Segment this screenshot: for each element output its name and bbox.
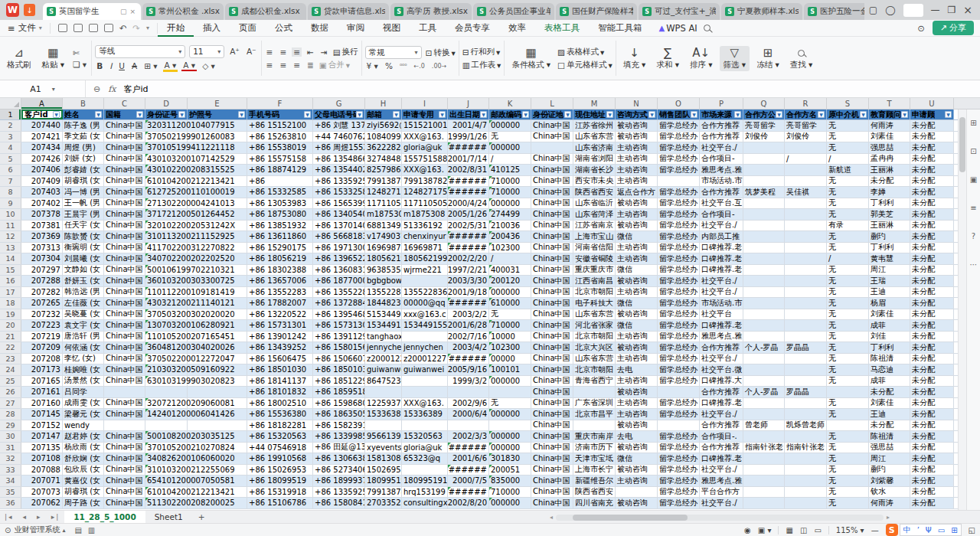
cell[interactable]: guiwanwei: [365, 364, 402, 375]
chevron-up-icon[interactable]: ▴: [62, 527, 65, 534]
cell[interactable]: 王晨宇 (男: [63, 209, 104, 220]
doc-tab[interactable]: S可过_支付宝+_滴滴: [639, 3, 720, 20]
menu-tab-页面[interactable]: 页面: [230, 20, 266, 37]
column-header-C[interactable]: C: [104, 98, 145, 109]
zoom-out-icon[interactable]: —: [871, 526, 879, 534]
cell[interactable]: [785, 487, 827, 498]
cell[interactable]: 被动咨询: [616, 342, 658, 353]
cell[interactable]: 1999/3/2: [448, 376, 489, 387]
cell[interactable]: 去电: [616, 364, 658, 375]
cell[interactable]: [785, 376, 827, 387]
scroll-right-icon[interactable]: ▸: [887, 514, 890, 521]
cell[interactable]: 刘素佳: [869, 309, 910, 320]
row-number[interactable]: 32: [0, 453, 21, 464]
cell[interactable]: 未分配: [910, 409, 954, 420]
header-cell[interactable]: 出生日期▼: [448, 109, 489, 119]
cell[interactable]: China中国: [531, 376, 573, 387]
sogou-logo-icon[interactable]: S: [886, 524, 898, 536]
cell[interactable]: 河南省信阳: [573, 243, 616, 253]
cell[interactable]: 2002/7/16: [448, 332, 489, 342]
cell[interactable]: 个人-罗晶: [743, 342, 785, 353]
cell[interactable]: 杨眉: [869, 298, 910, 309]
cell[interactable]: 曾老师: [743, 420, 785, 431]
table-style-button[interactable]: ▨表格样式 ▾: [557, 47, 612, 57]
cell[interactable]: 被动咨询: [616, 198, 658, 209]
cell[interactable]: 留学总经办: [658, 209, 700, 220]
cell[interactable]: [743, 231, 785, 242]
cell[interactable]: 未分配: [910, 132, 954, 142]
cell[interactable]: China中国: [531, 498, 573, 508]
normal-view-icon[interactable]: ▦: [786, 526, 792, 534]
cell[interactable]: [785, 398, 827, 409]
header-cell[interactable]: 邮箱▼: [365, 109, 402, 119]
cell[interactable]: gloria@uk: [402, 443, 448, 453]
sum-button[interactable]: ∑求和 ▾: [652, 46, 683, 71]
cell[interactable]: [743, 409, 785, 420]
cell[interactable]: 207288: [21, 276, 63, 286]
cell[interactable]: wjrme221: [402, 265, 448, 276]
row-number[interactable]: 34: [0, 476, 21, 486]
cell[interactable]: China中国: [531, 287, 573, 298]
borders-button[interactable]: ⊞ ▾: [142, 61, 158, 70]
cell[interactable]: China中国: [104, 453, 145, 464]
cell[interactable]: 罗晶晶: [785, 342, 827, 353]
cell[interactable]: 北京市昌平: [573, 409, 616, 420]
cell[interactable]: China中国: [104, 309, 145, 320]
cell[interactable]: 122593794: [365, 398, 402, 409]
cell[interactable]: 郭美芝: [869, 209, 910, 220]
cell[interactable]: 罗晶晶: [785, 387, 827, 397]
cell[interactable]: 207108: [21, 453, 63, 464]
cell[interactable]: 158130862: [365, 453, 402, 464]
cell[interactable]: +86 1573130169: [313, 320, 365, 331]
cell[interactable]: 山东省东营: [573, 309, 616, 320]
cell[interactable]: 被动咨询: [616, 221, 658, 231]
cell[interactable]: [743, 298, 785, 309]
cell[interactable]: guiwanwei: [402, 364, 448, 375]
select-all-corner[interactable]: [0, 98, 21, 109]
cell[interactable]: 200120: [489, 276, 531, 286]
cell[interactable]: 360103200303300725: [145, 276, 188, 286]
print-icon[interactable]: [89, 24, 98, 32]
cell[interactable]: 社交平台./: [700, 276, 743, 286]
cell[interactable]: 无: [827, 465, 869, 476]
scrollbar-thumb[interactable]: [959, 117, 965, 172]
cell[interactable]: [365, 420, 402, 431]
cell[interactable]: [743, 176, 785, 187]
cell[interactable]: 市场活动.市: [700, 176, 743, 187]
cell[interactable]: [743, 465, 785, 476]
cell[interactable]: 135522836: [365, 287, 402, 298]
column-header-M[interactable]: M: [573, 98, 616, 109]
cell[interactable]: 主动咨询: [616, 243, 658, 253]
cell[interactable]: 207073: [21, 487, 63, 498]
cell[interactable]: +86 15319918: [247, 487, 313, 498]
cell[interactable]: China中国: [104, 243, 145, 253]
cell[interactable]: 未分配: [910, 453, 954, 464]
cell[interactable]: [743, 354, 785, 364]
cell[interactable]: +86 刘慧 137052: [313, 120, 365, 131]
cell[interactable]: 2005/9/16: [448, 364, 489, 375]
header-cell[interactable]: 原中介机▼: [827, 109, 869, 119]
cell[interactable]: [743, 431, 785, 442]
cell[interactable]: China中国: [104, 342, 145, 353]
cell[interactable]: China中国: [531, 243, 573, 253]
header-cell[interactable]: 姓名▼: [63, 109, 104, 119]
filter-dropdown-icon[interactable]: ▼: [178, 111, 185, 118]
cell[interactable]: 社交平台./: [700, 287, 743, 298]
paste-button[interactable]: ▦粘贴 ▾: [38, 46, 69, 71]
row-number[interactable]: 7: [0, 176, 21, 187]
align-top-icon[interactable]: ≡: [265, 47, 275, 57]
cell[interactable]: 陈祖清: [869, 354, 910, 364]
cell[interactable]: 207409: [21, 176, 63, 187]
cell[interactable]: 无: [827, 198, 869, 209]
cell[interactable]: 135522836: [402, 287, 448, 298]
cell[interactable]: 500106199702210321: [145, 265, 188, 276]
cell[interactable]: 未分配: [910, 320, 954, 331]
cell[interactable]: 207219: [21, 332, 63, 342]
eraser-button[interactable]: ◇ ▾: [201, 61, 217, 70]
cell[interactable]: [743, 253, 785, 264]
cell[interactable]: +86 1354866895: [313, 154, 365, 165]
cell[interactable]: 未分配: [910, 142, 954, 153]
cell[interactable]: 610104200212213421: [145, 487, 188, 498]
cell[interactable]: /: [827, 253, 869, 264]
cell[interactable]: China中国: [104, 176, 145, 187]
